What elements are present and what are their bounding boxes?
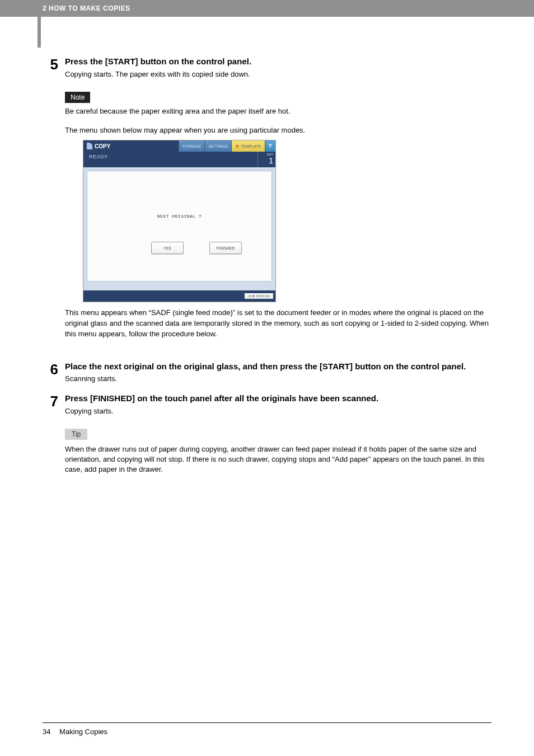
document-icon bbox=[87, 143, 92, 149]
footer-title: Making Copies bbox=[59, 727, 107, 736]
step-number: 5 bbox=[43, 56, 65, 352]
ready-status: READY bbox=[83, 152, 257, 167]
panel-body: NEXT ORIGINAL ? YES FINISHED JOB STATUS bbox=[83, 167, 275, 302]
panel-dialog: NEXT ORIGINAL ? YES FINISHED bbox=[87, 171, 272, 281]
post-panel-text: This menu appears when “SADF (single fee… bbox=[65, 308, 491, 340]
tip-label: Tip bbox=[65, 429, 87, 440]
step-5: 5 Press the [START] button on the contro… bbox=[43, 56, 491, 352]
panel-intro: The menu shown below may appear when you… bbox=[65, 125, 491, 135]
page-number: 34 bbox=[43, 727, 50, 736]
step-text: Copying starts. The paper exits with its… bbox=[65, 69, 491, 79]
step-6: 6 Place the next original on the origina… bbox=[43, 361, 491, 384]
set-value: 1 bbox=[260, 157, 273, 165]
panel-status-row: READY SET 1 bbox=[83, 152, 275, 167]
step-text: Copying starts. bbox=[65, 406, 491, 416]
help-button[interactable]: ? bbox=[265, 140, 275, 152]
step-text: Scanning starts. bbox=[65, 374, 491, 384]
panel-prompt: NEXT ORIGINAL ? bbox=[87, 214, 271, 219]
svg-marker-0 bbox=[235, 144, 240, 148]
set-counter: SET 1 bbox=[257, 152, 275, 167]
storage-button[interactable]: STORAGE bbox=[179, 140, 205, 152]
side-strip bbox=[38, 17, 41, 48]
settings-button[interactable]: SETTINGS bbox=[204, 140, 231, 152]
step-title: Press the [START] button on the control … bbox=[65, 56, 491, 67]
step-body: Press [FINISHED] on the touch panel afte… bbox=[65, 393, 491, 483]
tip-text: When the drawer runs out of paper during… bbox=[65, 444, 491, 475]
step-body: Press the [START] button on the control … bbox=[65, 56, 491, 352]
star-icon bbox=[235, 144, 240, 148]
note-text: Be careful because the paper exiting are… bbox=[65, 106, 491, 116]
panel-title: COPY bbox=[83, 140, 179, 152]
step-title: Press [FINISHED] on the touch panel afte… bbox=[65, 393, 491, 404]
template-label: TEMPLATE bbox=[241, 144, 261, 148]
step-7: 7 Press [FINISHED] on the touch panel af… bbox=[43, 393, 491, 483]
step-title: Place the next original on the original … bbox=[65, 361, 491, 372]
panel-title-text: COPY bbox=[95, 143, 110, 149]
touch-panel: COPY STORAGE SETTINGS TEMPLATE ? READY S… bbox=[83, 140, 276, 302]
template-button[interactable]: TEMPLATE bbox=[231, 140, 264, 152]
step-number: 7 bbox=[43, 393, 65, 483]
note-label: Note bbox=[65, 92, 90, 103]
panel-footer: JOB STATUS bbox=[83, 290, 275, 302]
step-number: 6 bbox=[43, 361, 65, 384]
finished-button[interactable]: FINISHED bbox=[209, 242, 242, 254]
chapter-title: 2 HOW TO MAKE COPIES bbox=[43, 4, 130, 12]
page-footer: 34 Making Copies bbox=[43, 722, 491, 736]
panel-header: COPY STORAGE SETTINGS TEMPLATE ? bbox=[83, 140, 275, 152]
step-body: Place the next original on the original … bbox=[65, 361, 491, 384]
yes-button[interactable]: YES bbox=[151, 242, 184, 254]
chapter-header: 2 HOW TO MAKE COPIES bbox=[0, 0, 534, 17]
job-status-button[interactable]: JOB STATUS bbox=[245, 293, 273, 299]
page-content: 5 Press the [START] button on the contro… bbox=[0, 17, 534, 484]
